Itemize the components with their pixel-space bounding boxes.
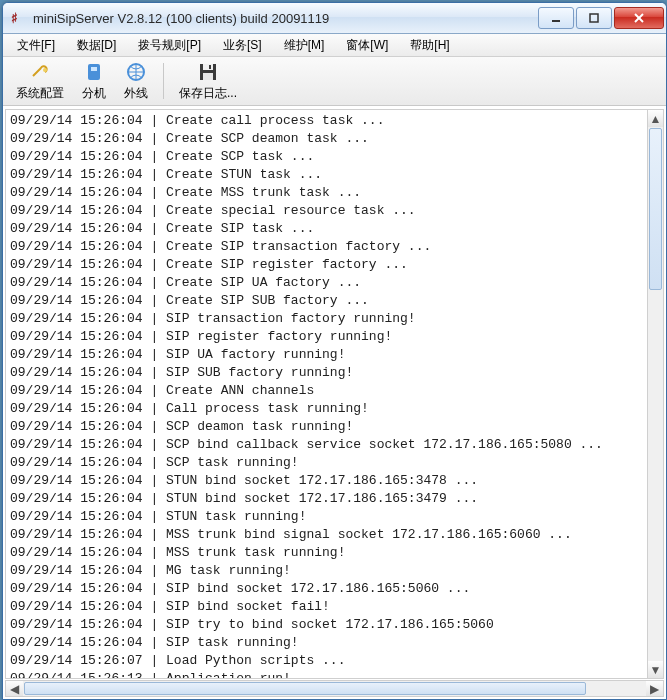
svg-rect-5: [88, 64, 100, 80]
scroll-right-icon[interactable]: ▶: [646, 681, 663, 696]
save-log-button[interactable]: 保存日志...: [170, 56, 246, 106]
svg-rect-9: [203, 64, 213, 70]
scroll-up-icon[interactable]: ▲: [648, 110, 663, 127]
maximize-button[interactable]: [576, 7, 612, 29]
svg-rect-1: [590, 14, 598, 22]
toolbar: 系统配置 分机 外线 保存日志...: [3, 57, 666, 106]
menu-service[interactable]: 业务[S]: [213, 35, 272, 56]
svg-rect-6: [91, 67, 97, 71]
sysconfig-button[interactable]: 系统配置: [7, 56, 73, 106]
hscroll-thumb[interactable]: [24, 682, 586, 695]
menubar: 文件[F]数据[D]拨号规则[P]业务[S]维护[M]窗体[W]帮助[H]: [3, 34, 666, 57]
scroll-left-icon[interactable]: ◀: [6, 681, 23, 696]
window-title: miniSipServer V2.8.12 (100 clients) buil…: [33, 11, 538, 26]
trunk-button[interactable]: 外线: [115, 56, 157, 106]
close-button[interactable]: [614, 7, 664, 29]
log-viewport[interactable]: 09/29/14 15:26:04 | Create call process …: [5, 109, 664, 679]
window-controls: [538, 7, 664, 29]
menu-data[interactable]: 数据[D]: [67, 35, 126, 56]
menu-dialrule[interactable]: 拨号规则[P]: [128, 35, 211, 56]
titlebar[interactable]: ♯ miniSipServer V2.8.12 (100 clients) bu…: [3, 3, 666, 34]
trunk-label: 外线: [124, 85, 148, 102]
floppy-icon: [199, 61, 217, 83]
svg-point-4: [43, 68, 47, 72]
toolbar-separator: [163, 63, 164, 99]
svg-rect-11: [209, 65, 211, 69]
app-icon: ♯: [11, 10, 27, 26]
menu-window[interactable]: 窗体[W]: [336, 35, 398, 56]
log-text: 09/29/14 15:26:04 | Create call process …: [6, 110, 663, 679]
vscroll-thumb[interactable]: [649, 128, 662, 290]
extension-label: 分机: [82, 85, 106, 102]
scroll-down-icon[interactable]: ▼: [648, 661, 663, 678]
save-log-label: 保存日志...: [179, 85, 237, 102]
app-window: ♯ miniSipServer V2.8.12 (100 clients) bu…: [2, 2, 667, 700]
svg-rect-10: [203, 73, 213, 80]
sysconfig-label: 系统配置: [16, 85, 64, 102]
menu-help[interactable]: 帮助[H]: [400, 35, 459, 56]
log-area: 09/29/14 15:26:04 | Create call process …: [3, 106, 666, 699]
phone-icon: [84, 61, 104, 83]
horizontal-scrollbar[interactable]: ◀ ▶: [5, 680, 664, 697]
globe-icon: [126, 61, 146, 83]
vertical-scrollbar[interactable]: ▲ ▼: [647, 109, 664, 679]
menu-file[interactable]: 文件[F]: [7, 35, 65, 56]
menu-maintain[interactable]: 维护[M]: [274, 35, 335, 56]
extension-button[interactable]: 分机: [73, 56, 115, 106]
minimize-button[interactable]: [538, 7, 574, 29]
wrench-icon: [29, 61, 51, 83]
